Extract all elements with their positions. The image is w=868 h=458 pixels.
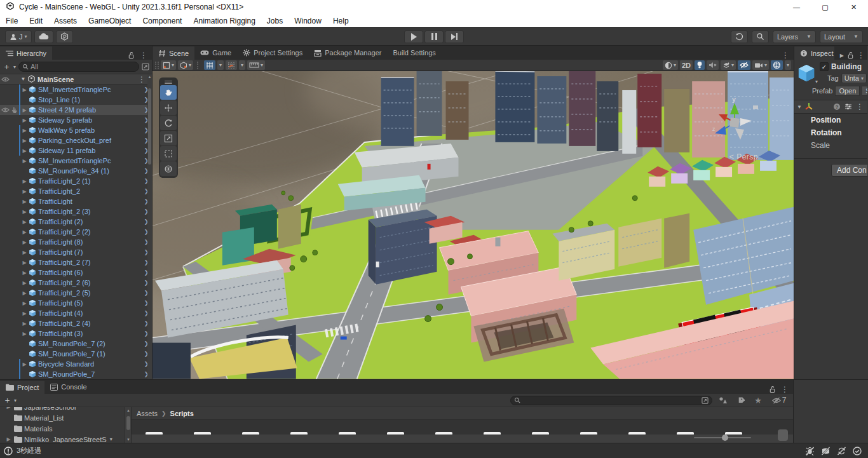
folder-item[interactable]: ▶Nimikko_JapaneseStreetS▾ — [0, 434, 125, 443]
transform-position-row[interactable]: Position — [794, 114, 867, 126]
foldout-arrow-icon[interactable]: ▼ — [19, 76, 27, 82]
pause-button[interactable] — [424, 30, 444, 43]
rotate-tool-button[interactable] — [160, 116, 177, 130]
foldout-arrow-icon[interactable]: ▶ — [20, 189, 29, 194]
scene-visibility-button[interactable] — [738, 60, 750, 70]
kebab-menu-icon[interactable]: ⋮ — [856, 102, 864, 111]
chevron-down-icon[interactable]: ▾ — [13, 64, 16, 70]
foldout-arrow-icon[interactable]: ▶ — [5, 436, 12, 442]
search-by-label-icon[interactable] — [733, 396, 748, 405]
search-button[interactable] — [752, 30, 769, 43]
gizmos-button[interactable] — [771, 60, 783, 70]
scroll-down-icon[interactable]: ▼ — [125, 438, 132, 441]
play-button[interactable] — [404, 30, 423, 43]
palette-drag-handle[interactable] — [160, 79, 177, 84]
hierarchy-item[interactable]: ▶TrafficLight_2 (5)❯ — [0, 288, 152, 298]
foldout-arrow-icon[interactable]: ▶ — [5, 407, 12, 410]
foldout-arrow-icon[interactable]: ▶ — [20, 87, 29, 93]
foldout-arrow-icon[interactable]: ▶ — [20, 290, 29, 296]
hierarchy-item[interactable]: ▶TrafficLight (5)❯ — [0, 298, 152, 308]
menu-file[interactable]: File — [0, 14, 24, 27]
tag-dropdown[interactable]: Unta▾ — [841, 73, 867, 83]
tab-scene[interactable]: Scene — [153, 46, 194, 60]
audio-mute-button[interactable] — [707, 60, 719, 70]
open-new-window-icon[interactable] — [142, 63, 149, 71]
foldout-arrow-icon[interactable]: ▶ — [20, 300, 29, 306]
hierarchy-item[interactable]: ▶TrafficLight_2 (6)❯ — [0, 278, 152, 288]
tab-project-settings[interactable]: Project Settings — [237, 46, 308, 60]
foldout-arrow-icon[interactable]: ▶ — [20, 321, 29, 327]
prefab-cube-icon[interactable]: ▾ — [797, 62, 816, 83]
cloud-button[interactable] — [34, 30, 53, 43]
hierarchy-item[interactable]: ▶Biycycle Standard❯ — [0, 359, 152, 369]
kebab-menu-icon[interactable]: ⋮ — [140, 51, 147, 60]
presets-icon[interactable] — [844, 103, 852, 111]
hierarchy-item[interactable]: SM_RoundPole_7 (1)❯ — [0, 349, 152, 359]
foldout-arrow-icon[interactable]: ▶ — [20, 331, 29, 337]
hierarchy-item[interactable]: ▶SM_InvertedTrianglePc❯ — [0, 84, 152, 95]
2d-toggle-button[interactable]: 2D — [680, 60, 693, 70]
foldout-arrow-icon[interactable]: ▶ — [20, 260, 29, 266]
foldout-arrow-icon[interactable]: ▶ — [20, 280, 29, 286]
foldout-arrow-icon[interactable]: ▶ — [20, 250, 29, 255]
asset-grid[interactable] — [132, 420, 793, 434]
search-by-type-icon[interactable] — [715, 396, 730, 404]
foldout-arrow-icon[interactable]: ▶ — [20, 219, 29, 225]
foldout-arrow-icon[interactable]: ▶ — [20, 239, 29, 245]
tree-scrollbar[interactable]: ▲ ▼ — [125, 407, 131, 443]
layout-dropdown[interactable]: Layout▼ — [820, 30, 863, 43]
breadcrumb-assets[interactable]: Assets — [137, 410, 158, 417]
hierarchy-item[interactable]: SM_RoundPole_34 (1)❯ — [0, 166, 152, 176]
eye-icon[interactable] — [1, 107, 10, 113]
transform-scale-row[interactable]: Scale — [794, 139, 867, 152]
toolbar-drag-handle[interactable] — [155, 62, 159, 69]
hidden-packages-toggle[interactable]: 7 — [768, 396, 790, 405]
kebab-menu-icon[interactable]: ⋮ — [782, 51, 789, 60]
move-tool-button[interactable] — [160, 100, 177, 115]
hierarchy-item[interactable]: ▶TrafficLight_2 (2)❯ — [0, 227, 152, 237]
plastic-scm-button[interactable] — [56, 30, 73, 43]
lock-icon[interactable] — [128, 51, 135, 59]
folder-item[interactable]: Material_List — [0, 412, 125, 423]
hierarchy-search-input[interactable] — [31, 63, 135, 71]
foldout-arrow-icon[interactable]: ▶ — [20, 158, 29, 164]
active-checkbox[interactable]: ✓ — [820, 62, 829, 71]
foldout-arrow-icon[interactable]: ▶ — [20, 178, 29, 184]
hierarchy-item[interactable]: SM_RoundPole_7❯ — [0, 369, 152, 379]
orientation-gizmo[interactable]: y z — [707, 95, 762, 150]
tab-scroll-arrow-icon[interactable]: ▶ — [840, 53, 844, 58]
progress-check-icon[interactable] — [853, 447, 862, 455]
scene-header-row[interactable]: ▼MainScene⋮ — [0, 74, 152, 84]
perspective-label[interactable]: < Persp — [729, 152, 758, 161]
kebab-menu-icon[interactable]: ⋮ — [857, 51, 865, 60]
menu-component[interactable]: Component — [137, 14, 187, 27]
help-icon[interactable]: ? — [833, 103, 841, 111]
scale-tool-button[interactable] — [160, 131, 177, 145]
pick-hand-icon[interactable] — [11, 107, 18, 114]
hierarchy-item[interactable]: ▶TrafficLight❯ — [0, 196, 152, 206]
debugger-disabled-icon[interactable] — [805, 447, 815, 455]
grid-snap-dropdown[interactable]: ▾ — [217, 60, 224, 70]
menu-jobs[interactable]: Jobs — [261, 14, 288, 27]
transform-tool-button[interactable] — [160, 161, 177, 176]
prefab-open-button[interactable]: Open — [835, 86, 860, 96]
foldout-arrow-icon[interactable]: ▶ — [20, 148, 29, 154]
hierarchy-item[interactable]: ▶TrafficLight (3)❯ — [0, 328, 152, 339]
grid-snap-button[interactable] — [204, 60, 215, 70]
step-button[interactable] — [445, 30, 464, 43]
foldout-arrow-icon[interactable]: ▶ — [20, 118, 29, 123]
close-button[interactable]: ✕ — [839, 0, 868, 14]
undo-history-button[interactable] — [731, 30, 748, 43]
foldout-arrow-icon[interactable]: ▼ — [797, 104, 802, 110]
hierarchy-item[interactable]: ▶TrafficLight (6)❯ — [0, 267, 152, 278]
gizmos-dropdown[interactable]: ▾ — [785, 60, 791, 70]
tab-console[interactable]: Console — [44, 380, 92, 394]
menu-edit[interactable]: Edit — [24, 14, 48, 27]
increment-snap-button[interactable] — [226, 60, 237, 70]
folder-item[interactable]: ▶JapaneseSchool — [0, 407, 125, 412]
create-asset-button[interactable]: ＋ — [3, 394, 11, 406]
menu-gameobject[interactable]: GameObject — [83, 14, 137, 27]
hierarchy-search-field[interactable] — [18, 62, 139, 72]
object-name[interactable]: Building — [831, 62, 862, 71]
prefab-select-button[interactable]: Sele — [862, 86, 867, 96]
